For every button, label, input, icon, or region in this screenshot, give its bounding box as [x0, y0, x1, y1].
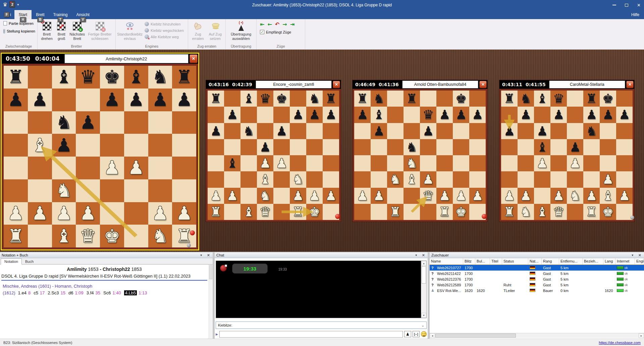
square[interactable]: ♞: [567, 188, 583, 204]
close-board-button[interactable]: ✕: [190, 54, 198, 63]
scroll-thumb[interactable]: [435, 334, 516, 338]
spectator-row[interactable]: ?Web262114221700Gast5 kmok: [430, 271, 644, 276]
square[interactable]: [306, 139, 323, 155]
board-header[interactable]: 0:46:49 0:41:36 Arnold Otten-Bambusmofa8…: [353, 80, 487, 89]
kiebitze-dropdown[interactable]: Kiebitze: ⌄: [216, 322, 427, 329]
square[interactable]: ♛: [550, 204, 567, 220]
square[interactable]: [371, 139, 387, 155]
square[interactable]: ♟: [290, 107, 306, 123]
board-header[interactable]: 0:43:16 0:42:39 Encore_-cosmin_zamfi ✕: [206, 80, 341, 89]
square[interactable]: ♟: [124, 157, 148, 179]
square[interactable]: ♝: [600, 188, 616, 204]
square[interactable]: ♟: [224, 107, 240, 123]
square[interactable]: ♟: [354, 188, 371, 204]
square[interactable]: ♟: [420, 171, 436, 187]
square[interactable]: ♟: [76, 202, 100, 225]
square[interactable]: [436, 123, 453, 139]
square[interactable]: ♞: [404, 155, 420, 171]
maximize-button[interactable]: [625, 4, 628, 7]
square[interactable]: [4, 111, 28, 134]
square[interactable]: [501, 155, 518, 171]
collapse-panel-icon[interactable]: ▼: [200, 254, 203, 257]
square[interactable]: ♟: [224, 188, 240, 204]
close-board-button[interactable]: ✕: [479, 81, 487, 88]
next-board-button[interactable]: ▶ Nächstes Brett: [69, 20, 86, 44]
square[interactable]: ♟: [583, 188, 600, 204]
square[interactable]: ♝: [534, 139, 550, 155]
rotate-board-button[interactable]: ↻ Brett drehen: [40, 20, 54, 44]
chess-board[interactable]: ♜♞♝♛♜♚♟♟♟♟♟♟♟♞♝♟♟♟♟♟♟♟♞♟♝♟♜♞♝♛♜♚: [501, 91, 633, 220]
square[interactable]: [323, 139, 339, 155]
square[interactable]: [172, 179, 196, 202]
square[interactable]: ♝: [240, 91, 257, 107]
next-move-icon[interactable]: →: [282, 21, 287, 27]
column-header[interactable]: Status: [502, 258, 528, 265]
kibitzer-add-button[interactable]: Kiebitz hinzuholen: [145, 21, 184, 27]
square[interactable]: [387, 139, 404, 155]
square[interactable]: [387, 155, 404, 171]
square[interactable]: [208, 171, 224, 187]
square[interactable]: [371, 171, 387, 187]
first-move-icon[interactable]: ⇤: [260, 21, 264, 27]
square[interactable]: [273, 171, 290, 187]
guess-move-button[interactable]: Zug erraten: [190, 20, 206, 44]
square[interactable]: ♛: [420, 107, 436, 123]
square[interactable]: [534, 107, 550, 123]
square[interactable]: ♞: [52, 179, 76, 202]
square[interactable]: [28, 157, 52, 179]
square[interactable]: [240, 107, 257, 123]
square[interactable]: [323, 171, 339, 187]
square[interactable]: ♟: [550, 188, 567, 204]
previous-move-icon[interactable]: ←: [267, 21, 272, 27]
square[interactable]: [550, 139, 567, 155]
square[interactable]: [453, 123, 469, 139]
square[interactable]: [100, 179, 124, 202]
square[interactable]: [4, 157, 28, 179]
square[interactable]: ♛: [76, 225, 100, 247]
board-large-button[interactable]: ↔ Brett groß: [55, 20, 68, 44]
square[interactable]: ♟: [518, 188, 534, 204]
square[interactable]: [52, 157, 76, 179]
square[interactable]: ♜: [404, 91, 420, 107]
chess-board[interactable]: ♜♝♛♚♝♞♜♟♟♟♟♟♟♞♟♝♟♟♟♞♟♟♟♟♟♟♜♝♛♚♞♜: [4, 66, 196, 247]
square[interactable]: [323, 155, 339, 171]
square[interactable]: [469, 155, 486, 171]
square[interactable]: ♜: [172, 225, 196, 247]
file-menu-button[interactable]: F i: [0, 10, 14, 19]
collapse-panel-icon[interactable]: ▼: [415, 254, 418, 257]
insert-bracket-button[interactable]: [--]: [413, 331, 420, 337]
square[interactable]: [534, 171, 550, 187]
square[interactable]: [387, 188, 404, 204]
square[interactable]: [616, 171, 633, 187]
square[interactable]: ♟: [208, 123, 224, 139]
square[interactable]: [124, 111, 148, 134]
square[interactable]: [600, 155, 616, 171]
square[interactable]: ♟: [52, 202, 76, 225]
square[interactable]: ♝: [28, 134, 52, 157]
square[interactable]: ♜: [354, 91, 371, 107]
square[interactable]: ♝: [534, 204, 550, 220]
spectator-row[interactable]: ?Web262125891700RuhtGast5 kmok: [430, 282, 644, 288]
square[interactable]: [371, 155, 387, 171]
square[interactable]: ♛: [420, 188, 436, 204]
square[interactable]: [273, 204, 290, 220]
square[interactable]: [240, 171, 257, 187]
close-board-button[interactable]: ✕: [333, 81, 340, 88]
square[interactable]: ♜: [4, 225, 28, 247]
square[interactable]: [550, 123, 567, 139]
square[interactable]: ♞: [583, 123, 600, 139]
square[interactable]: [404, 123, 420, 139]
square[interactable]: [469, 171, 486, 187]
square[interactable]: ♟: [600, 107, 616, 123]
square[interactable]: ♝: [371, 107, 387, 123]
spectator-row[interactable]: ♟ESV Rot-We...16201620TLeiterBauer0 km16…: [430, 288, 644, 293]
square[interactable]: [124, 134, 148, 157]
square[interactable]: ♟: [28, 89, 52, 111]
chat-scrollbar[interactable]: ▲ ▼: [421, 261, 426, 318]
spectators-panel-titlebar[interactable]: Zuschauer ▼ ✕: [430, 252, 644, 258]
chessbase-link[interactable]: https://de.chessbase.com: [599, 341, 641, 345]
square[interactable]: [436, 91, 453, 107]
square[interactable]: ♟: [453, 107, 469, 123]
tab-buch[interactable]: Buch: [22, 259, 37, 264]
emoji-button[interactable]: [421, 331, 427, 337]
